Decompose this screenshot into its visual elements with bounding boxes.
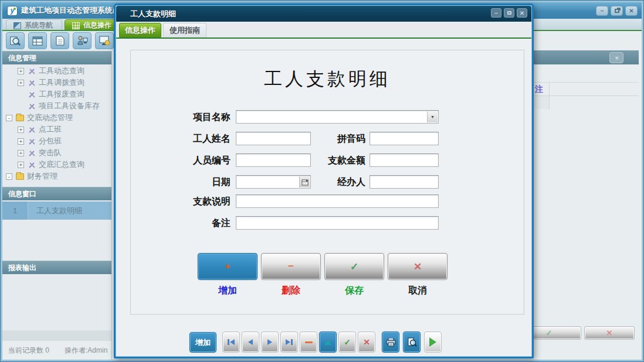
collapse-icon[interactable]: - xyxy=(6,115,12,121)
worker-payment-dialog: 工人支款明细 – ✕ 信息操作 使用指南 工人支款明细 项目名称 ▼ xyxy=(114,4,534,358)
tree-item-assault-team[interactable]: + 突击队 xyxy=(2,147,111,159)
date-label: 日期 xyxy=(143,176,231,189)
tree-item-subcontract-crew[interactable]: + 分包班 xyxy=(2,135,111,147)
row-label: 工人支款明细 xyxy=(28,202,111,220)
folder-icon xyxy=(16,115,24,121)
background-cancel-button[interactable]: ✕ xyxy=(584,326,635,340)
print-preview-button[interactable] xyxy=(403,332,421,353)
dialog-tab-info-operations-label: 信息操作 xyxy=(125,25,155,36)
tree-item-daywork-crew[interactable]: + 点工班 xyxy=(2,124,111,135)
form-panel: 工人支款明细 项目名称 ▼ 工人姓名 拼音码 人员编号 支款金额 日期 xyxy=(130,50,524,315)
tree-item-tool-transfer-query[interactable]: + 工具调拨查询 xyxy=(2,77,111,88)
expand-icon[interactable]: + xyxy=(18,150,24,156)
first-record-button[interactable] xyxy=(222,332,240,353)
amount-label: 支款金额 xyxy=(295,155,365,167)
tab-system-navigation-label: 系统导航 xyxy=(25,21,53,30)
check-icon: ✓ xyxy=(344,337,351,347)
delete-record-button[interactable] xyxy=(300,332,317,353)
tool-icon xyxy=(28,103,36,110)
tree-item-disclosure-management-folder[interactable]: - 交底动态管理 xyxy=(2,112,111,124)
main-toolbar xyxy=(2,31,114,51)
last-record-button[interactable] xyxy=(280,332,298,353)
search-icon xyxy=(9,36,21,46)
dialog-titlebar[interactable]: 工人支款明细 xyxy=(116,6,531,22)
expand-icon[interactable]: + xyxy=(18,80,24,86)
next-record-button[interactable] xyxy=(261,332,279,353)
prev-record-icon xyxy=(248,339,253,345)
collapse-icon[interactable]: - xyxy=(6,173,12,180)
save-button-label: 保存 xyxy=(324,285,384,297)
plus-icon: + xyxy=(225,261,231,272)
edit-record-button[interactable] xyxy=(319,332,337,353)
row-number: 1 xyxy=(2,202,28,220)
tree-item-label: 交底汇总查询 xyxy=(39,159,84,170)
dialog-tab-user-guide[interactable]: 使用指南 xyxy=(163,23,206,37)
tool-icon xyxy=(28,161,36,169)
system-nav-icon xyxy=(13,22,21,29)
user-computer-button[interactable] xyxy=(73,32,91,49)
post-record-button[interactable]: ✓ xyxy=(338,332,356,353)
minus-icon: − xyxy=(288,261,294,272)
tree-item-disclosure-summary-query[interactable]: + 交底汇总查询 xyxy=(2,159,111,170)
tree-item-label: 财务管理 xyxy=(27,171,57,182)
add-button[interactable]: + xyxy=(198,253,257,280)
dialog-maximize-icon[interactable] xyxy=(504,8,514,18)
column-separator xyxy=(549,83,550,110)
document-button[interactable] xyxy=(50,32,69,49)
minus-icon xyxy=(305,341,313,343)
tree-item-project-tool-inventory[interactable]: 项目工具设备库存 xyxy=(2,100,111,112)
sidebar-bottom-strip xyxy=(2,330,111,341)
expand-icon[interactable]: + xyxy=(18,127,24,133)
tool-icon xyxy=(28,91,36,98)
print-button[interactable] xyxy=(382,332,399,353)
project-name-combobox[interactable]: ▼ xyxy=(236,110,439,124)
dialog-title: 工人支款明细 xyxy=(116,9,176,19)
tool-icon xyxy=(28,79,36,87)
toolbar-add-button[interactable]: 增加 xyxy=(189,332,216,353)
close-icon[interactable]: ✕ xyxy=(625,6,638,16)
chevron-up-icon: « xyxy=(613,56,620,59)
window-table-button[interactable] xyxy=(28,32,47,49)
combo-dropdown-icon[interactable]: ▼ xyxy=(427,111,438,122)
collapse-panel-button[interactable]: « xyxy=(609,52,623,63)
search-document-button[interactable] xyxy=(6,32,25,49)
restore-icon[interactable] xyxy=(611,6,623,16)
dialog-minimize-icon[interactable]: – xyxy=(491,8,501,18)
tool-icon xyxy=(28,149,36,157)
section-header-report-output[interactable]: 报表输出 xyxy=(2,261,111,274)
user-computer-icon xyxy=(77,36,88,46)
cross-icon: ✕ xyxy=(363,337,370,347)
expand-icon[interactable]: + xyxy=(18,162,24,168)
section-header-info-management[interactable]: 信息管理 xyxy=(2,51,111,64)
pinyin-code-input[interactable] xyxy=(370,132,439,145)
handler-input[interactable] xyxy=(370,175,439,189)
sidebar: 信息管理 + 工具动态查询 + 工具调拨查询 工具报废查询 项目工具设备库存 -… xyxy=(2,51,112,360)
dialog-close-icon[interactable]: ✕ xyxy=(517,8,527,18)
monitor-button[interactable] xyxy=(95,32,114,49)
execute-button[interactable] xyxy=(424,332,442,353)
cancel-button-label: 取消 xyxy=(388,285,448,297)
prev-record-button[interactable] xyxy=(242,332,259,353)
delete-button[interactable]: − xyxy=(261,253,321,280)
tool-icon xyxy=(28,67,36,75)
expand-icon[interactable]: + xyxy=(18,68,24,74)
section-header-info-window[interactable]: 信息窗口 xyxy=(2,187,111,200)
tree-item-tool-status-query[interactable]: + 工具动态查询 xyxy=(2,65,111,77)
expand-icon[interactable]: + xyxy=(18,138,24,145)
save-button[interactable]: ✓ xyxy=(324,253,384,280)
check-icon: ✓ xyxy=(546,329,553,337)
cancel-button[interactable]: ✕ xyxy=(388,253,448,280)
payment-note-input[interactable] xyxy=(236,194,439,208)
minimize-icon[interactable]: – xyxy=(596,6,608,16)
worker-name-label: 工人姓名 xyxy=(143,133,231,145)
dialog-tab-user-guide-label: 使用指南 xyxy=(170,25,200,36)
amount-input[interactable] xyxy=(370,153,439,167)
dialog-tab-info-operations[interactable]: 信息操作 xyxy=(119,23,161,37)
info-window-selected-row[interactable]: 1 工人支款明细 xyxy=(2,202,111,220)
play-icon xyxy=(429,337,436,347)
tree-item-tool-scrap-query[interactable]: 工具报废查询 xyxy=(2,88,111,100)
cancel-record-button[interactable]: ✕ xyxy=(358,332,375,353)
person-id-label: 人员编号 xyxy=(143,155,231,167)
tree-item-finance-management-folder[interactable]: - 财务管理 xyxy=(2,170,111,182)
remark-input[interactable] xyxy=(236,216,439,230)
